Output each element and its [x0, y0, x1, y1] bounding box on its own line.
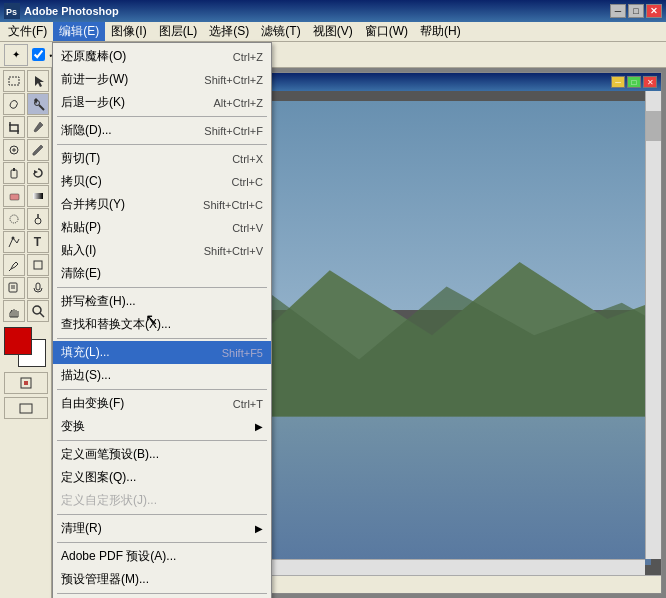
svg-rect-28: [20, 404, 32, 413]
menu-find-replace[interactable]: 查找和替换文本(X)...: [53, 313, 271, 336]
separator-2: [57, 144, 267, 145]
separator-8: [57, 542, 267, 543]
app-title: Adobe Photoshop: [24, 5, 119, 17]
doc-minimize-btn[interactable]: ─: [611, 76, 625, 88]
menu-image[interactable]: 图像(I): [105, 22, 152, 41]
menu-view[interactable]: 视图(V): [307, 22, 359, 41]
menu-adobe-pdf[interactable]: Adobe PDF 预设(A)...: [53, 545, 271, 568]
menu-undo[interactable]: 还原魔棒(O) Ctrl+Z: [53, 45, 271, 68]
menu-cut[interactable]: 剪切(T) Ctrl+X: [53, 147, 271, 170]
menu-purge[interactable]: 清理(R) ▶: [53, 517, 271, 540]
menu-step-backward[interactable]: 后退一步(K) Alt+Ctrl+Z: [53, 91, 271, 114]
app-icon: Ps: [4, 3, 20, 19]
separator-3: [57, 287, 267, 288]
menu-help[interactable]: 帮助(H): [414, 22, 467, 41]
tool-magic-wand[interactable]: [27, 93, 49, 115]
tool-hand[interactable]: [3, 300, 25, 322]
svg-point-15: [35, 218, 41, 224]
svg-line-25: [40, 313, 44, 317]
menu-file[interactable]: 文件(F): [2, 22, 53, 41]
menu-def-shape: 定义自定形状(J)...: [53, 489, 271, 512]
menu-def-brush[interactable]: 定义画笔预设(B)...: [53, 443, 271, 466]
svg-rect-2: [9, 77, 19, 85]
svg-text:Ps: Ps: [6, 7, 17, 17]
tool-brush[interactable]: [27, 139, 49, 161]
svg-line-4: [39, 105, 44, 110]
color-picker[interactable]: [4, 327, 48, 367]
separator-1: [57, 116, 267, 117]
tool-marquee[interactable]: [3, 70, 25, 92]
tool-type[interactable]: T: [27, 231, 49, 253]
tool-move[interactable]: [27, 70, 49, 92]
maximize-button[interactable]: □: [628, 4, 644, 18]
menu-layer[interactable]: 图层(L): [153, 22, 204, 41]
menu-bar: 文件(F) 编辑(E) 图像(I) 图层(L) 选择(S) 滤镜(T) 视图(V…: [0, 22, 666, 42]
svg-rect-23: [36, 283, 40, 290]
svg-rect-12: [10, 194, 19, 200]
menu-transform[interactable]: 变换 ▶: [53, 415, 271, 438]
svg-rect-10: [13, 168, 15, 171]
title-bar: Ps Adobe Photoshop ─ □ ✕: [0, 0, 666, 22]
tool-eyedropper[interactable]: [27, 116, 49, 138]
doc-maximize-btn[interactable]: □: [627, 76, 641, 88]
svg-line-18: [9, 269, 11, 271]
tool-stamp[interactable]: [3, 162, 25, 184]
tool-crop[interactable]: [3, 116, 25, 138]
screen-mode[interactable]: [4, 397, 48, 419]
menu-step-forward[interactable]: 前进一步(W) Shift+Ctrl+Z: [53, 68, 271, 91]
menu-clear[interactable]: 清除(E): [53, 262, 271, 285]
svg-rect-13: [33, 193, 43, 199]
menu-paste-into[interactable]: 贴入(I) Shift+Ctrl+V: [53, 239, 271, 262]
doc-close-btn[interactable]: ✕: [643, 76, 657, 88]
separator-4: [57, 338, 267, 339]
menu-stroke[interactable]: 描边(S)...: [53, 364, 271, 387]
menu-preset-manager[interactable]: 预设管理器(M)...: [53, 568, 271, 591]
tool-blur[interactable]: [3, 208, 25, 230]
menu-edit[interactable]: 编辑(E): [53, 22, 105, 41]
tool-path[interactable]: [3, 231, 25, 253]
tool-dodge[interactable]: [27, 208, 49, 230]
menu-copy-merged[interactable]: 合并拷贝(Y) Shift+Ctrl+C: [53, 193, 271, 216]
tool-lasso[interactable]: [3, 93, 25, 115]
separator-5: [57, 389, 267, 390]
scrollbar-vertical[interactable]: [645, 91, 661, 559]
tool-eraser[interactable]: [3, 185, 25, 207]
svg-rect-19: [34, 261, 42, 269]
separator-6: [57, 440, 267, 441]
tool-gradient[interactable]: [27, 185, 49, 207]
menu-free-transform[interactable]: 自由变换(F) Ctrl+T: [53, 392, 271, 415]
menu-fill[interactable]: 填充(L)... Shift+F5: [53, 341, 271, 364]
svg-marker-11: [34, 170, 38, 174]
close-button[interactable]: ✕: [646, 4, 662, 18]
foreground-color[interactable]: [4, 327, 32, 355]
menu-copy[interactable]: 拷贝(C) Ctrl+C: [53, 170, 271, 193]
doc-window-controls: ─ □ ✕: [611, 76, 657, 88]
minimize-button[interactable]: ─: [610, 4, 626, 18]
tool-shape[interactable]: [27, 254, 49, 276]
window-controls: ─ □ ✕: [610, 4, 662, 18]
svg-marker-3: [35, 76, 44, 87]
tool-heal[interactable]: [3, 139, 25, 161]
menu-filter[interactable]: 滤镜(T): [255, 22, 306, 41]
menu-select[interactable]: 选择(S): [203, 22, 255, 41]
menu-window[interactable]: 窗口(W): [359, 22, 414, 41]
tool-zoom[interactable]: [27, 300, 49, 322]
menu-paste[interactable]: 粘贴(P) Ctrl+V: [53, 216, 271, 239]
separator-9: [57, 593, 267, 594]
tool-audio[interactable]: [27, 277, 49, 299]
quickmask-mode[interactable]: [4, 372, 48, 394]
separator-7: [57, 514, 267, 515]
tool-notes[interactable]: [3, 277, 25, 299]
svg-point-14: [10, 215, 18, 223]
connect-checkbox[interactable]: [32, 48, 45, 61]
svg-rect-27: [24, 381, 28, 385]
svg-rect-9: [11, 170, 17, 178]
menu-spellcheck[interactable]: 拼写检查(H)...: [53, 290, 271, 313]
toolbox: T: [0, 68, 52, 598]
tool-options-icon: ✦: [4, 44, 28, 66]
tool-history-brush[interactable]: [27, 162, 49, 184]
tool-pen[interactable]: [3, 254, 25, 276]
svg-point-17: [11, 237, 14, 240]
menu-def-pattern[interactable]: 定义图案(Q)...: [53, 466, 271, 489]
menu-fade[interactable]: 渐隐(D)... Shift+Ctrl+F: [53, 119, 271, 142]
